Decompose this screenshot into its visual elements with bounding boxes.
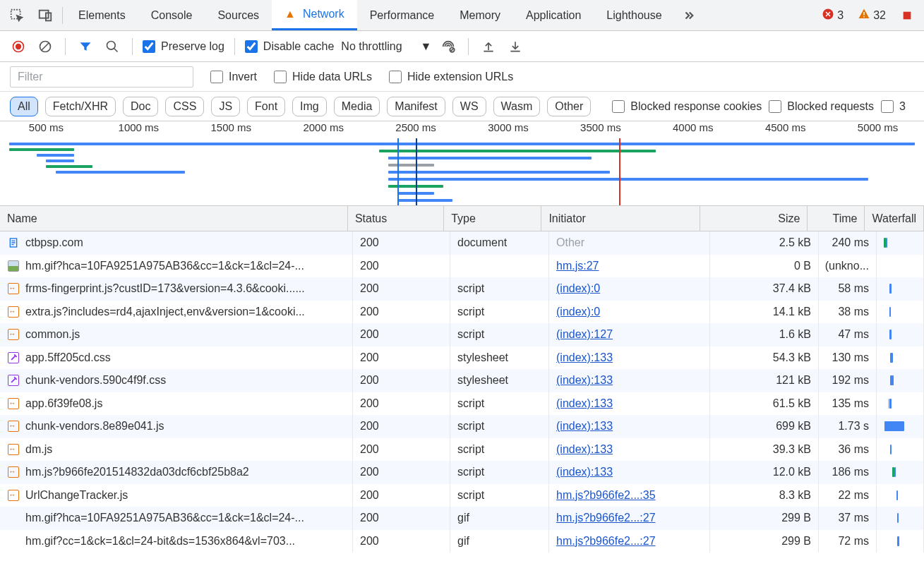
waterfall-cell	[877, 507, 924, 530]
preserve-log-input[interactable]	[143, 40, 155, 53]
initiator-link[interactable]: hm.js:27	[556, 260, 599, 272]
waterfall-cell	[877, 461, 924, 484]
col-time[interactable]: Time	[808, 206, 865, 231]
col-waterfall[interactable]: Waterfall	[865, 206, 924, 231]
table-row[interactable]: ↔extra.js?includes=rd4,ajaxInject,env&ve…	[0, 301, 924, 324]
initiator-link[interactable]: (index):133	[556, 443, 613, 456]
table-row[interactable]: app.5ff205cd.css 200 stylesheet (index):…	[0, 346, 924, 370]
waterfall-overview[interactable]: 500 ms1000 ms1500 ms2000 ms2500 ms3000 m…	[0, 121, 924, 206]
invert-label: Invert	[229, 71, 257, 83]
device-toolbar-icon[interactable]	[31, 1, 59, 30]
chip-doc[interactable]: Doc	[123, 97, 158, 116]
table-row[interactable]: ctbpsp.com 200 document Other 2.5 kB 240…	[0, 231, 924, 255]
third-party-input[interactable]	[881, 100, 894, 113]
table-row[interactable]: ↔app.6f39fe08.js 200 script (index):133 …	[0, 392, 924, 416]
chip-font[interactable]: Font	[247, 97, 285, 116]
table-row[interactable]: ↔chunk-vendors.8e89e041.js 200 script (i…	[0, 415, 924, 438]
tab-sources[interactable]: Sources	[205, 0, 272, 30]
table-row[interactable]: hm.gif?hca=10FA9251A975AB36&cc=1&ck=1&cl…	[0, 255, 924, 278]
chip-ws[interactable]: WS	[452, 97, 486, 116]
third-party-checkbox[interactable]: 3	[881, 100, 906, 113]
chip-css[interactable]: CSS	[165, 97, 204, 116]
hide-data-urls-checkbox[interactable]: Hide data URLs	[274, 71, 372, 83]
warning-badge[interactable]: 32	[851, 8, 893, 23]
tab-network[interactable]: ▲Network	[272, 0, 357, 30]
preserve-log-label: Preserve log	[161, 40, 224, 53]
hide-extension-urls-input[interactable]	[389, 71, 402, 83]
initiator-link[interactable]: (index):133	[556, 397, 613, 410]
chip-wasm[interactable]: Wasm	[493, 97, 541, 116]
time-cell: 47 ms	[819, 323, 877, 346]
issues-icon[interactable]	[893, 1, 921, 30]
table-row[interactable]: chunk-vendors.590c4f9f.css 200 styleshee…	[0, 369, 924, 392]
chip-manifest[interactable]: Manifest	[387, 97, 445, 116]
chip-fetchxhr[interactable]: Fetch/XHR	[45, 97, 116, 116]
tab-elements[interactable]: Elements	[66, 0, 138, 30]
initiator-link[interactable]: (index):133	[556, 374, 613, 387]
col-name[interactable]: Name	[0, 206, 348, 231]
more-tabs-icon[interactable]	[675, 1, 703, 30]
col-status[interactable]: Status	[348, 206, 444, 231]
time-cell: 192 ms	[819, 369, 877, 392]
initiator-link[interactable]: (index):133	[556, 466, 613, 478]
initiator-link[interactable]: hm.js?b966fe2...:27	[556, 535, 656, 548]
tab-lighthouse[interactable]: Lighthouse	[594, 0, 674, 30]
throttling-select[interactable]: No throttling ▼	[341, 40, 431, 53]
inspect-element-icon[interactable]	[3, 1, 31, 30]
hide-extension-urls-checkbox[interactable]: Hide extension URLs	[389, 71, 513, 83]
table-row[interactable]: hm.gif?hca=10FA9251A975AB36&cc=1&ck=1&cl…	[0, 507, 924, 530]
initiator-link[interactable]: (index):0	[556, 306, 600, 318]
table-row[interactable]: ↔frms-fingerprint.js?custID=173&version=…	[0, 277, 924, 301]
chip-js[interactable]: JS	[211, 97, 240, 116]
disable-cache-input[interactable]	[245, 40, 258, 53]
invert-input[interactable]	[210, 71, 223, 83]
chip-other[interactable]: Other	[547, 97, 591, 116]
invert-checkbox[interactable]: Invert	[210, 71, 257, 83]
record-button[interactable]	[8, 37, 28, 56]
table-row[interactable]: ↔common.js 200 script (index):127 1.6 kB…	[0, 323, 924, 346]
resource-icon: ↔	[7, 397, 20, 410]
network-conditions-icon[interactable]	[438, 37, 458, 56]
waterfall-cell	[877, 301, 924, 324]
initiator-link[interactable]: hm.js?b966fe2...:27	[556, 512, 656, 524]
col-initiator[interactable]: Initiator	[541, 206, 700, 231]
export-har-icon[interactable]	[505, 37, 525, 56]
blocked-requests-checkbox[interactable]: Blocked requests	[769, 100, 874, 113]
timeline-tick: 3500 ms	[554, 121, 647, 138]
col-type[interactable]: Type	[444, 206, 541, 231]
import-har-icon[interactable]	[479, 37, 498, 56]
search-icon[interactable]	[102, 37, 122, 56]
blocked-cookies-input[interactable]	[612, 100, 625, 113]
initiator-link[interactable]: (index):133	[556, 420, 613, 433]
filter-input[interactable]	[10, 66, 193, 88]
tab-performance[interactable]: Performance	[357, 0, 448, 30]
tab-console[interactable]: Console	[138, 0, 205, 30]
tab-application[interactable]: Application	[513, 0, 594, 30]
table-row[interactable]: ↔UrlChangeTracker.js 200 script hm.js?b9…	[0, 484, 924, 507]
preserve-log-checkbox[interactable]: Preserve log	[143, 40, 224, 53]
initiator-link[interactable]: hm.js?b966fe2...:35	[556, 489, 656, 502]
initiator-link[interactable]: (index):0	[556, 282, 600, 295]
filter-toggle-icon[interactable]	[76, 37, 95, 56]
hide-data-urls-input[interactable]	[274, 71, 287, 83]
time-cell: 22 ms	[819, 484, 877, 507]
size-cell: 2.5 kB	[710, 231, 819, 255]
chip-img[interactable]: Img	[292, 97, 327, 116]
col-size[interactable]: Size	[700, 206, 808, 231]
clear-button[interactable]	[35, 37, 55, 56]
blocked-requests-input[interactable]	[769, 100, 781, 113]
table-row[interactable]: ↔dm.js 200 script (index):133 39.3 kB 36…	[0, 438, 924, 462]
initiator-link[interactable]: (index):127	[556, 328, 613, 341]
chip-all[interactable]: All	[10, 97, 38, 116]
tab-label: Console	[151, 9, 193, 22]
table-row[interactable]: hm.gif?cc=1&ck=1&cl=24-bit&ds=1536x864&v…	[0, 530, 924, 553]
blocked-cookies-checkbox[interactable]: Blocked response cookies	[612, 100, 762, 113]
tab-memory[interactable]: Memory	[447, 0, 513, 30]
resource-icon: ↔	[7, 466, 20, 478]
error-badge[interactable]: 3	[815, 8, 851, 23]
table-row[interactable]: ↔hm.js?b966fe201514832da03dcf6cbf25b8a2 …	[0, 461, 924, 484]
network-table-body[interactable]: ctbpsp.com 200 document Other 2.5 kB 240…	[0, 231, 924, 553]
initiator-link[interactable]: (index):133	[556, 351, 613, 364]
chip-media[interactable]: Media	[334, 97, 380, 116]
disable-cache-checkbox[interactable]: Disable cache	[245, 40, 335, 53]
